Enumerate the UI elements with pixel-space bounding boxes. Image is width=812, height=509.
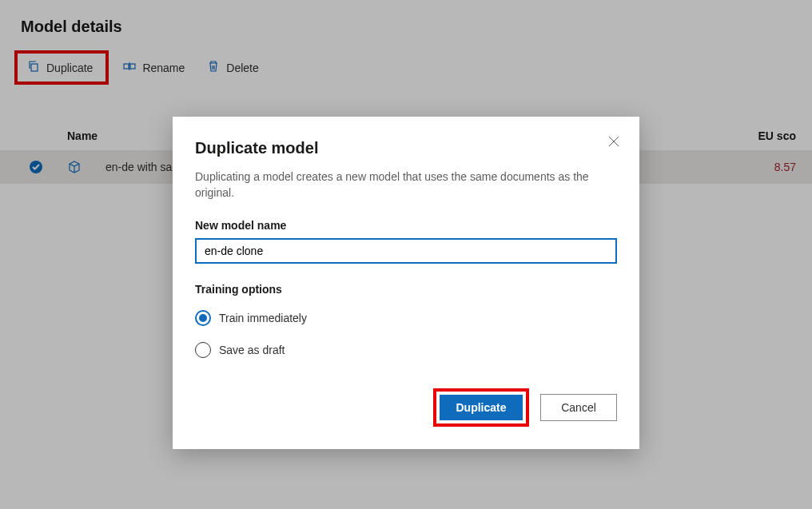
close-button[interactable] (603, 131, 625, 153)
model-name-input[interactable] (195, 238, 617, 264)
cancel-button[interactable]: Cancel (540, 394, 617, 421)
train-immediately-option[interactable]: Train immediately (195, 302, 617, 334)
dialog-description: Duplicating a model creates a new model … (195, 169, 617, 201)
modal-overlay: Duplicate model Duplicating a model crea… (0, 0, 812, 509)
radio-selected-icon (195, 310, 211, 326)
duplicate-dialog: Duplicate model Duplicating a model crea… (173, 117, 639, 449)
training-options: Train immediately Save as draft (195, 302, 617, 366)
confirm-duplicate-button[interactable]: Duplicate (440, 395, 523, 420)
close-icon (608, 136, 619, 149)
dialog-footer: Duplicate Cancel (195, 388, 617, 427)
train-immediately-label: Train immediately (219, 312, 307, 324)
name-field-label: New model name (195, 219, 617, 232)
radio-unselected-icon (195, 342, 211, 358)
save-as-draft-option[interactable]: Save as draft (195, 334, 617, 366)
highlight-confirm: Duplicate (433, 388, 529, 427)
save-as-draft-label: Save as draft (219, 344, 285, 356)
training-options-label: Training options (195, 283, 617, 296)
dialog-title: Duplicate model (195, 139, 617, 157)
